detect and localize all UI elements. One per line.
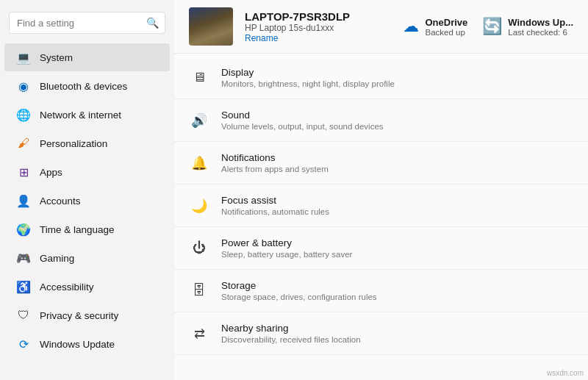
sidebar-item-label-network: Network & internet bbox=[40, 110, 121, 121]
search-input[interactable] bbox=[17, 18, 140, 29]
device-image bbox=[189, 7, 233, 46]
winupdate-title: Windows Up... bbox=[508, 17, 573, 28]
sidebar-item-label-system: System bbox=[40, 52, 73, 63]
power-text: Power & batterySleep, battery usage, bat… bbox=[221, 237, 352, 259]
device-name: LAPTOP-7PSR3DLP bbox=[245, 10, 391, 23]
settings-item-notifications[interactable]: 🔔NotificationsAlerts from apps and syste… bbox=[174, 142, 588, 184]
main-content: LAPTOP-7PSR3DLP HP Laptop 15s-du1xxx Ren… bbox=[174, 0, 588, 380]
sidebar-item-label-accessibility: Accessibility bbox=[40, 282, 94, 293]
power-subtitle: Sleep, battery usage, battery saver bbox=[221, 250, 352, 259]
onedrive-widget[interactable]: ☁ OneDrive Backed up bbox=[403, 17, 467, 37]
focus-text: Focus assistNotifications, automatic rul… bbox=[221, 195, 329, 216]
storage-text: StorageStorage space, drives, configurat… bbox=[221, 280, 377, 301]
storage-title: Storage bbox=[221, 280, 377, 291]
device-header: LAPTOP-7PSR3DLP HP Laptop 15s-du1xxx Ren… bbox=[174, 0, 588, 54]
power-title: Power & battery bbox=[221, 237, 352, 248]
search-icon: 🔍 bbox=[146, 17, 159, 29]
nearby-subtitle: Discoverability, received files location bbox=[221, 335, 361, 344]
winupdate-status: Last checked: 6 bbox=[508, 28, 573, 37]
accessibility-nav-icon: ♿ bbox=[16, 279, 31, 294]
nearby-icon: ⇄ bbox=[189, 323, 209, 344]
header-widgets: ☁ OneDrive Backed up 🔄 Windows Up... Las… bbox=[403, 17, 573, 37]
update-nav-icon: ⟳ bbox=[16, 337, 31, 351]
sidebar-item-apps[interactable]: ⊞Apps bbox=[4, 158, 170, 186]
onedrive-title: OneDrive bbox=[425, 17, 467, 28]
network-nav-icon: 🌐 bbox=[16, 107, 31, 122]
sidebar-item-label-accounts: Accounts bbox=[40, 196, 81, 207]
settings-item-power[interactable]: ⏻Power & batterySleep, battery usage, ba… bbox=[174, 227, 588, 270]
apps-nav-icon: ⊞ bbox=[16, 165, 31, 179]
sidebar-item-bluetooth[interactable]: ◉Bluetooth & devices bbox=[4, 72, 170, 100]
winupdate-text: Windows Up... Last checked: 6 bbox=[508, 17, 573, 37]
sidebar-item-label-update: Windows Update bbox=[40, 339, 115, 350]
focus-subtitle: Notifications, automatic rules bbox=[221, 207, 329, 216]
sidebar-item-system[interactable]: 💻System bbox=[4, 43, 170, 71]
sidebar-item-label-privacy: Privacy & security bbox=[40, 310, 118, 321]
notifications-icon: 🔔 bbox=[189, 153, 209, 173]
device-info: LAPTOP-7PSR3DLP HP Laptop 15s-du1xxx Ren… bbox=[245, 10, 391, 43]
sidebar-item-label-apps: Apps bbox=[40, 167, 62, 178]
display-icon: 🖥 bbox=[189, 68, 209, 88]
watermark: wsxdn.com bbox=[547, 369, 584, 377]
storage-subtitle: Storage space, drives, configuration rul… bbox=[221, 293, 377, 301]
sidebar-item-label-bluetooth: Bluetooth & devices bbox=[40, 81, 127, 92]
sidebar-item-label-time: Time & language bbox=[40, 224, 115, 235]
sidebar: 🔍 💻System◉Bluetooth & devices🌐Network & … bbox=[0, 0, 174, 380]
settings-item-focus[interactable]: 🌙Focus assistNotifications, automatic ru… bbox=[174, 184, 588, 227]
display-subtitle: Monitors, brightness, night light, displ… bbox=[221, 79, 395, 88]
onedrive-status: Backed up bbox=[425, 28, 467, 37]
gaming-nav-icon: 🎮 bbox=[16, 251, 31, 265]
sound-icon: 🔊 bbox=[189, 110, 209, 131]
notifications-title: Notifications bbox=[221, 152, 329, 163]
winupdate-icon: 🔄 bbox=[482, 17, 502, 36]
sidebar-item-label-personalization: Personalization bbox=[40, 138, 107, 149]
sidebar-item-accounts[interactable]: 👤Accounts bbox=[4, 187, 170, 215]
sound-subtitle: Volume levels, output, input, sound devi… bbox=[221, 122, 384, 131]
storage-icon: 🗄 bbox=[189, 281, 209, 301]
sound-title: Sound bbox=[221, 110, 384, 121]
sound-text: SoundVolume levels, output, input, sound… bbox=[221, 110, 384, 131]
settings-item-storage[interactable]: 🗄StorageStorage space, drives, configura… bbox=[174, 270, 588, 312]
settings-item-nearby[interactable]: ⇄Nearby sharingDiscoverability, received… bbox=[174, 312, 588, 355]
settings-item-display[interactable]: 🖥DisplayMonitors, brightness, night ligh… bbox=[174, 57, 588, 99]
system-nav-icon: 💻 bbox=[16, 50, 31, 65]
sidebar-item-label-gaming: Gaming bbox=[40, 253, 74, 264]
display-title: Display bbox=[221, 67, 395, 78]
sidebar-item-update[interactable]: ⟳Windows Update bbox=[4, 330, 170, 358]
notifications-text: NotificationsAlerts from apps and system bbox=[221, 152, 329, 173]
focus-icon: 🌙 bbox=[189, 196, 209, 216]
winupdate-widget[interactable]: 🔄 Windows Up... Last checked: 6 bbox=[482, 17, 573, 37]
personalization-nav-icon: 🖌 bbox=[16, 136, 31, 151]
power-icon: ⏻ bbox=[189, 238, 209, 259]
settings-item-sound[interactable]: 🔊SoundVolume levels, output, input, soun… bbox=[174, 99, 588, 142]
time-nav-icon: 🌍 bbox=[16, 222, 31, 237]
rename-link[interactable]: Rename bbox=[245, 33, 391, 43]
nav-list: 💻System◉Bluetooth & devices🌐Network & in… bbox=[0, 43, 174, 359]
sidebar-item-time[interactable]: 🌍Time & language bbox=[4, 215, 170, 243]
onedrive-icon: ☁ bbox=[403, 17, 419, 36]
sidebar-item-network[interactable]: 🌐Network & internet bbox=[4, 101, 170, 129]
onedrive-text: OneDrive Backed up bbox=[425, 17, 467, 37]
focus-title: Focus assist bbox=[221, 195, 329, 206]
settings-list: 🖥DisplayMonitors, brightness, night ligh… bbox=[174, 54, 588, 358]
nearby-title: Nearby sharing bbox=[221, 323, 361, 334]
privacy-nav-icon: 🛡 bbox=[16, 308, 31, 323]
sidebar-item-personalization[interactable]: 🖌Personalization bbox=[4, 129, 170, 157]
display-text: DisplayMonitors, brightness, night light… bbox=[221, 67, 395, 88]
sidebar-item-accessibility[interactable]: ♿Accessibility bbox=[4, 273, 170, 301]
sidebar-item-privacy[interactable]: 🛡Privacy & security bbox=[4, 301, 170, 329]
nearby-text: Nearby sharingDiscoverability, received … bbox=[221, 323, 361, 344]
search-bar[interactable]: 🔍 bbox=[9, 12, 165, 34]
accounts-nav-icon: 👤 bbox=[16, 193, 31, 208]
sidebar-item-gaming[interactable]: 🎮Gaming bbox=[4, 244, 170, 272]
device-model: HP Laptop 15s-du1xxx bbox=[245, 23, 391, 33]
notifications-subtitle: Alerts from apps and system bbox=[221, 165, 329, 173]
bluetooth-nav-icon: ◉ bbox=[16, 79, 31, 93]
